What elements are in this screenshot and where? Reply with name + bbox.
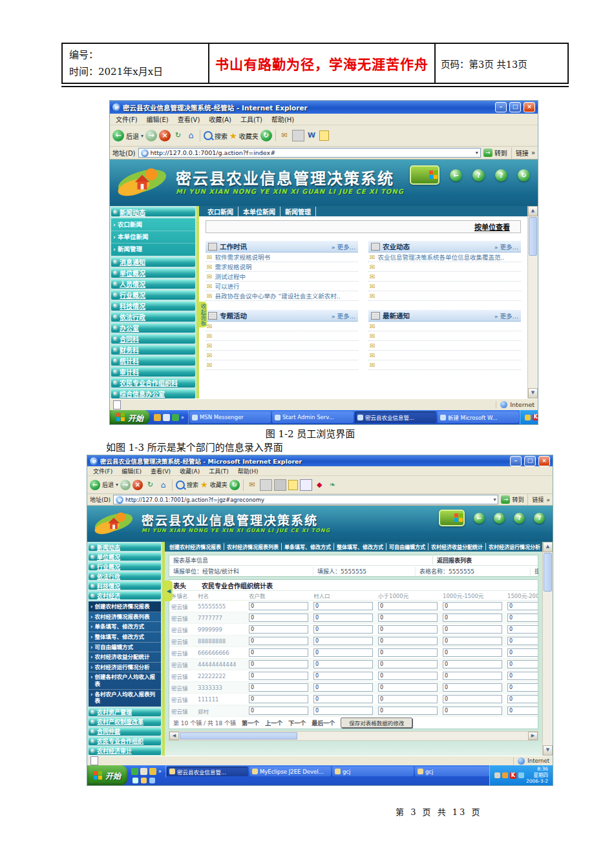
taskbar-task[interactable]: gcj (415, 767, 489, 776)
range-1500-2000-input[interactable] (507, 602, 538, 610)
households-input[interactable] (249, 602, 308, 610)
menu-item[interactable]: 编辑(E) (117, 467, 146, 475)
sidebar-subitem[interactable]: › 农村经济收益分配统计 (89, 652, 161, 663)
news-item[interactable]: ✉ (368, 262, 521, 272)
vertical-scrollbar[interactable]: ▲ ▼ (527, 206, 538, 398)
banner-help-button[interactable]: ? (472, 169, 485, 181)
news-item[interactable]: ✉ 可以进行 (206, 282, 358, 291)
tray-icon[interactable] (518, 772, 524, 778)
sidebar-subitem[interactable]: › 单条填写、修改方式 (89, 622, 161, 632)
sidebar-subitem[interactable]: › 本单位新闻 (111, 231, 195, 243)
links-chevron-icon[interactable]: » (531, 149, 535, 156)
under-1000-input[interactable] (378, 614, 438, 622)
population-input[interactable] (313, 614, 373, 622)
menu-item[interactable]: 查看(V) (173, 114, 205, 124)
quick-launch-icon[interactable] (132, 778, 138, 783)
collapse-panel-tab[interactable]: 收起面板 (199, 302, 207, 327)
sidebar-item[interactable]: 行业概况 (89, 563, 161, 570)
scroll-down-arrow[interactable]: ▼ (528, 388, 538, 398)
quick-launch-icon[interactable] (154, 414, 161, 421)
refresh-button[interactable]: ↻ (145, 480, 156, 490)
edit-word-button[interactable]: W (306, 130, 317, 141)
population-input[interactable] (313, 648, 373, 657)
news-item[interactable]: ✉ 县政协在会议中心举办 “建设社会主义新农村.. (206, 291, 358, 301)
population-input[interactable] (313, 683, 373, 692)
range-1500-2000-input[interactable] (507, 707, 538, 715)
links-label[interactable]: 链接 (532, 495, 544, 504)
menu-item[interactable]: 收藏(A) (204, 114, 236, 124)
scroll-down-arrow[interactable]: ▼ (543, 745, 553, 756)
tray-k-icon[interactable]: K (510, 772, 516, 779)
population-input[interactable] (313, 637, 373, 645)
households-input[interactable] (249, 625, 308, 634)
under-1000-input[interactable] (378, 637, 438, 645)
tray-k-icon[interactable]: K (533, 414, 538, 420)
quick-launch-chevron-icon[interactable]: » (158, 769, 162, 774)
scroll-right-arrow[interactable]: ▶ (528, 732, 538, 740)
news-item[interactable]: ✉ 需求规格说明 (206, 262, 358, 272)
population-input[interactable] (313, 602, 373, 610)
print-button[interactable] (292, 130, 304, 141)
taskbar-task[interactable]: gcj (332, 767, 414, 776)
news-item[interactable]: ✉ 测试过程中 (206, 272, 358, 282)
range-1500-2000-input[interactable] (507, 637, 538, 645)
more-link[interactable]: » 更多… (332, 242, 355, 251)
news-item[interactable]: ✉ (206, 360, 358, 370)
news-item[interactable]: ✉ (368, 291, 521, 301)
taskbar-task[interactable]: Start Admin Serv... (272, 411, 354, 423)
print-button[interactable] (260, 479, 272, 491)
stop-button[interactable]: × (159, 130, 171, 141)
under-1000-input[interactable] (378, 602, 438, 610)
function-tab[interactable]: 整体填写、修改方式 (334, 543, 386, 550)
quick-launch-icon[interactable] (141, 778, 147, 783)
taskbar-task[interactable]: 密云县农业信息管... (355, 411, 436, 423)
sidebar-subitem[interactable]: › 农村经济情况报表列表 (89, 612, 161, 623)
population-input[interactable] (313, 625, 373, 634)
range-1500-2000-input[interactable] (507, 660, 538, 668)
sidebar-item-rural-economy[interactable]: 农村经济 (89, 592, 161, 599)
function-tab[interactable]: 单条填写、修改方式 (282, 543, 334, 550)
sidebar-subitem[interactable]: › 可自由编辑方式 (89, 643, 161, 653)
banner-windows-button[interactable] (439, 510, 465, 526)
range-1500-2000-input[interactable] (507, 683, 538, 692)
quick-launch-icon[interactable] (149, 778, 155, 783)
sidebar-subitem[interactable]: › 农口新闻 (111, 219, 195, 231)
home-button[interactable]: ⌂ (158, 480, 169, 490)
research-button[interactable]: ❧ (327, 480, 338, 490)
sidebar-item-news[interactable]: 新闻动态 (111, 207, 195, 216)
back-button[interactable]: ← 后退 ▾ (90, 480, 118, 490)
households-input[interactable] (249, 683, 308, 692)
links-label[interactable]: 链接 (516, 148, 529, 158)
pager-link[interactable]: 第一个 (242, 719, 259, 727)
quick-launch-icon[interactable] (131, 768, 138, 775)
sidebar-item[interactable]: 合同仲裁 (89, 728, 161, 736)
scroll-thumb[interactable] (180, 732, 297, 739)
news-item[interactable]: ✉ (206, 341, 358, 351)
function-tab[interactable]: 农村经济运行情况分析 (486, 543, 542, 550)
sidebar-item[interactable]: 财务科 (111, 346, 195, 355)
range-1500-2000-input[interactable] (507, 625, 538, 634)
save-table-button[interactable]: 保存对表格数据的修改 (341, 718, 412, 728)
start-button[interactable]: 开始 (87, 765, 127, 785)
content-nav-item[interactable]: 新闻管理 (281, 207, 316, 216)
sidebar-item[interactable]: 合同科 (111, 335, 195, 344)
maximize-button[interactable]: □ (509, 102, 521, 112)
sidebar-item[interactable]: 依法行政 (111, 313, 195, 322)
news-item[interactable]: ✉ 农业信息管理决策系统各单位信息收集覆盖范.. (368, 253, 521, 262)
sidebar-item[interactable]: 单位概况 (89, 553, 161, 561)
under-1000-input[interactable] (378, 625, 438, 634)
stop-button[interactable]: × (132, 480, 143, 490)
sidebar-item[interactable]: 农村资产管理 (89, 708, 161, 716)
menu-item[interactable]: 查看(V) (146, 467, 175, 475)
sidebar-item[interactable]: 农村经济审计 (89, 747, 161, 755)
menu-item[interactable]: 收藏(A) (175, 467, 204, 475)
sidebar-subitem[interactable]: › 创建农村经济情况报表 (89, 602, 161, 612)
taskbar-task[interactable]: 密云县农业信息管... (167, 767, 248, 776)
close-button[interactable]: × (538, 456, 550, 466)
under-1000-input[interactable] (378, 648, 438, 657)
under-1000-input[interactable] (378, 695, 438, 703)
function-tab[interactable]: 农村经济情况报表列表 (224, 543, 282, 550)
messenger-button[interactable] (300, 479, 312, 491)
range-1000-1500-input[interactable] (443, 637, 502, 645)
households-input[interactable] (249, 707, 308, 715)
